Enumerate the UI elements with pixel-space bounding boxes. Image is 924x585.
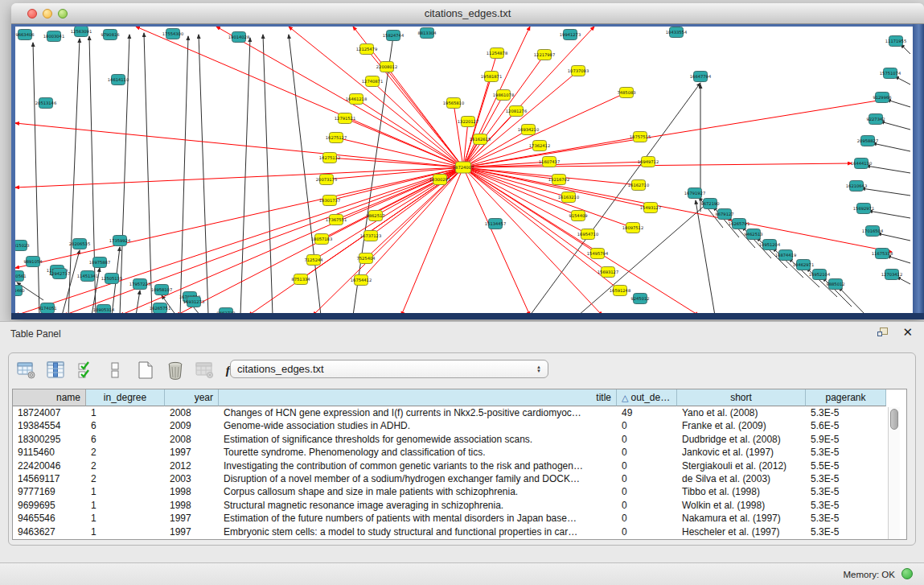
table-cell[interactable]: 2012	[165, 459, 219, 472]
memory-status-icon[interactable]	[901, 568, 913, 579]
window-titlebar[interactable]: citations_edges.txt	[11, 3, 924, 24]
table-cell[interactable]: 9115460	[13, 446, 86, 459]
table-cell[interactable]: 5.3E-5	[806, 512, 886, 525]
new-table-icon[interactable]	[134, 360, 157, 381]
table-row[interactable]: 1456911722003Disruption of a novel membe…	[13, 472, 886, 485]
table-cell[interactable]: 2	[86, 446, 165, 459]
column-header-year[interactable]: year	[165, 389, 219, 406]
table-cell[interactable]: Disruption of a novel member of a sodium…	[219, 472, 617, 485]
table-row[interactable]: 969969511998Structural magnetic resonanc…	[13, 499, 886, 512]
table-cell[interactable]: Yano et al. (2008)	[677, 406, 806, 419]
table-cell[interactable]: 2009	[165, 419, 219, 432]
table-cell[interactable]: 19384554	[13, 419, 86, 432]
table-row[interactable]: 977716911998Corpus callosum shape and si…	[13, 485, 886, 498]
citation-network-graph[interactable]: 1872400712125479220080121274087116461218…	[15, 27, 913, 313]
table-cell[interactable]: Changes of HCN gene expression and I(f) …	[219, 406, 617, 419]
table-cell[interactable]: 2008	[165, 433, 219, 446]
table-cell[interactable]: 5.3E-5	[806, 406, 886, 419]
table-cell[interactable]: 9699695	[13, 499, 86, 512]
table-cell[interactable]: 6	[86, 419, 165, 432]
table-cell[interactable]: de Silva et al. (2003)	[677, 472, 806, 485]
table-cell[interactable]: 0	[617, 433, 677, 446]
table-cell[interactable]: 5.3E-5	[806, 472, 886, 485]
table-select-dropdown[interactable]: citations_edges.txt ▲▼	[230, 360, 548, 378]
table-cell[interactable]: 5.3E-5	[806, 446, 886, 459]
table-cell[interactable]: 5.6E-5	[806, 419, 886, 432]
table-cell[interactable]: 1997	[165, 446, 219, 459]
table-cell[interactable]: 1	[86, 406, 165, 419]
table-settings-icon[interactable]	[15, 360, 38, 381]
table-cell[interactable]: 1	[86, 499, 165, 512]
column-header-name[interactable]: name	[13, 389, 86, 406]
table-row[interactable]: 946362711997Embryonic stem cells: a mode…	[13, 525, 886, 538]
table-cell[interactable]: Estimation of the future numbers of pati…	[219, 512, 617, 525]
scrollbar-thumb[interactable]	[890, 409, 898, 430]
table-cell[interactable]: 1998	[165, 485, 219, 498]
table-cell[interactable]: 2008	[165, 406, 219, 419]
column-header-title[interactable]: title	[219, 389, 617, 406]
table-cell[interactable]: Stergiakouli et al. (2012)	[677, 459, 806, 472]
table-cell[interactable]: 0	[617, 499, 677, 512]
table-cell[interactable]: 0	[617, 525, 677, 538]
table-cell[interactable]: 49	[617, 406, 677, 419]
close-panel-icon[interactable]: ✕	[902, 325, 913, 340]
table-row[interactable]: 1938455462009Genome-wide association stu…	[13, 419, 886, 432]
table-cell[interactable]: 1998	[165, 499, 219, 512]
table-cell[interactable]: Embryonic stem cells: a model to study s…	[219, 525, 617, 538]
table-cell[interactable]: 0	[617, 472, 677, 485]
table-cell[interactable]: 18724007	[13, 406, 86, 419]
table-cell[interactable]: 0	[617, 446, 677, 459]
table-cell[interactable]: 5.3E-5	[806, 499, 886, 512]
table-cell[interactable]: Corpus callosum shape and size in male p…	[219, 485, 617, 498]
table-cell[interactable]: 5.3E-5	[806, 525, 886, 538]
table-cell[interactable]: Genome-wide association studies in ADHD.	[219, 419, 617, 432]
table-cell[interactable]: 2003	[165, 472, 219, 485]
table-cell[interactable]: 9777169	[13, 485, 86, 498]
table-cell[interactable]: 5.9E-5	[806, 433, 886, 446]
table-cell[interactable]: 1997	[165, 525, 219, 538]
row-select-icon[interactable]	[75, 360, 97, 381]
table-cell[interactable]: 1	[86, 512, 165, 525]
table-cell[interactable]: 14569117	[13, 472, 86, 485]
table-cell[interactable]: 0	[617, 512, 677, 525]
table-row[interactable]: 1830029562008Estimation of significance …	[13, 433, 886, 446]
table-body[interactable]: 1872400712008Changes of HCN gene express…	[13, 406, 886, 538]
table-cell[interactable]: Dudbridge et al. (2008)	[677, 433, 806, 446]
table-cell[interactable]: 5.5E-5	[806, 459, 886, 472]
table-row[interactable]: 946554611997Estimation of the future num…	[13, 512, 886, 525]
column-header-pagerank[interactable]: pagerank	[806, 389, 886, 406]
float-panel-icon[interactable]	[877, 328, 890, 340]
table-cell[interactable]: Structural magnetic resonance image aver…	[219, 499, 617, 512]
table-cell[interactable]: Jankovic et al. (1997)	[677, 446, 806, 459]
column-header-short[interactable]: short	[677, 389, 806, 406]
merge-rows-icon[interactable]	[105, 360, 127, 381]
table-cell[interactable]: 0	[617, 485, 677, 498]
show-columns-icon[interactable]	[45, 360, 68, 381]
table-cell[interactable]: Estimation of significance thresholds fo…	[219, 433, 617, 446]
table-row[interactable]: 911546021997Tourette syndrome. Phenomeno…	[13, 446, 886, 459]
table-cell[interactable]: Investigating the contribution of common…	[219, 459, 617, 472]
table-cell[interactable]: Hescheler et al. (1997)	[677, 525, 806, 538]
vertical-scrollbar[interactable]	[888, 407, 900, 540]
table-row[interactable]: 1872400712008Changes of HCN gene express…	[13, 406, 886, 419]
table-row[interactable]: 2242004622012Investigating the contribut…	[13, 459, 886, 472]
table-cell[interactable]: 0	[617, 419, 677, 432]
table-cell[interactable]: Nakamura et al. (1997)	[677, 512, 806, 525]
column-header-out_de[interactable]: △out_de…	[617, 389, 677, 406]
table-cell[interactable]: 9465546	[13, 512, 86, 525]
table-cell[interactable]: Tibbo et al. (1998)	[677, 485, 806, 498]
table-cell[interactable]: 22420046	[13, 459, 86, 472]
column-header-in_degree[interactable]: in_degree	[86, 389, 165, 406]
table-cell[interactable]: 6	[86, 433, 165, 446]
table-cell[interactable]: Wolkin et al. (1998)	[677, 499, 806, 512]
table-cell[interactable]: 18300295	[13, 433, 86, 446]
table-cell[interactable]: 5.3E-5	[806, 485, 886, 498]
table-cell[interactable]: Tourette syndrome. Phenomenology and cla…	[219, 446, 617, 459]
table-cell[interactable]: 2	[86, 472, 165, 485]
table-cell[interactable]: 9463627	[13, 525, 86, 538]
table-cell[interactable]: Franke et al. (2009)	[677, 419, 806, 432]
delete-entries-icon[interactable]	[164, 360, 187, 381]
table-header-row[interactable]: namein_degreeyeartitle△out_de…shortpager…	[13, 389, 886, 406]
table-cell[interactable]: 2	[86, 459, 165, 472]
table-cell[interactable]: 1997	[165, 512, 219, 525]
